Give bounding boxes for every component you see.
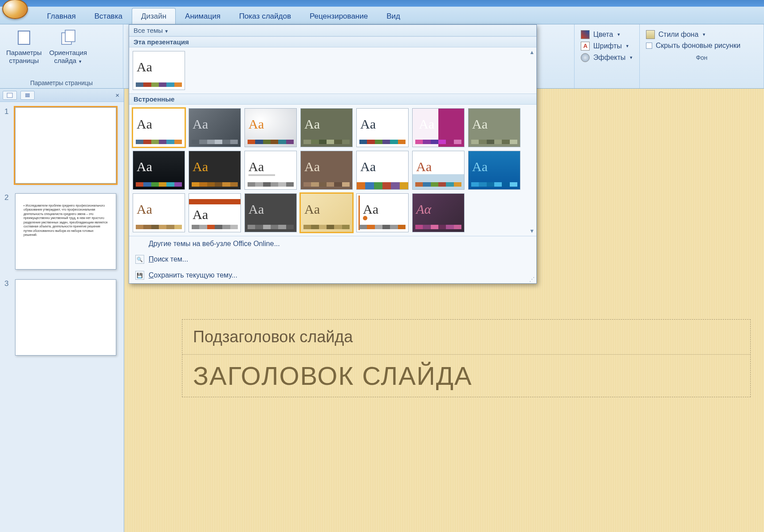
theme-17[interactable]: Aa xyxy=(244,193,297,232)
hide-bg-checkbox[interactable]: Скрыть фоновые рисунки xyxy=(646,42,757,50)
effects-button[interactable]: Эффекты ▼ xyxy=(581,53,633,62)
gallery-save-theme[interactable]: 💾 Сохранить текущую тему... xyxy=(129,267,536,283)
orientation-icon xyxy=(59,28,78,47)
theme-6[interactable]: Aa xyxy=(412,108,465,147)
title-placeholder[interactable]: Заголовок слайда xyxy=(182,355,750,397)
fonts-button[interactable]: A Шрифты ▼ xyxy=(581,42,633,51)
search-themes-icon: 🔍 xyxy=(135,255,144,264)
office-button[interactable] xyxy=(2,0,28,19)
theme-20[interactable]: Aα xyxy=(412,193,465,232)
gallery-scroll-down[interactable]: ▼ xyxy=(528,228,536,234)
save-theme-icon: 💾 xyxy=(135,271,144,280)
slide-orientation-button[interactable]: Ориентация слайда ▼ xyxy=(47,27,90,66)
panel-tabs: × xyxy=(0,89,124,102)
group-background: Стили фона ▼ Скрыть фоновые рисунки Фон xyxy=(640,24,764,88)
checkbox-icon xyxy=(646,43,652,49)
group-label-page-setup: Параметры страницы xyxy=(4,78,119,87)
gallery-section-this-presentation: Эта презентация xyxy=(129,36,536,47)
theme-2[interactable]: Aa xyxy=(189,108,241,147)
page-setup-button[interactable]: Параметры страницы xyxy=(4,27,44,66)
slide-thumbnails: 1 2 • Исследователи проблем среднего про… xyxy=(0,102,124,532)
fonts-icon: A xyxy=(581,42,590,51)
group-theme-options: Цвета ▼ A Шрифты ▼ Эффекты ▼ xyxy=(574,24,640,88)
panel-tab-slides[interactable] xyxy=(3,91,17,100)
slide-thumbnail-3[interactable] xyxy=(15,279,116,356)
theme-current[interactable]: Aa xyxy=(133,51,185,90)
theme-8[interactable]: Aa xyxy=(133,151,185,190)
theme-11[interactable]: Aa xyxy=(300,151,353,190)
gallery-scroll-up[interactable]: ▲ xyxy=(528,49,536,55)
gallery-section-builtin: Встроенные xyxy=(129,94,536,105)
theme-5[interactable]: Aa xyxy=(356,108,409,147)
tab-design[interactable]: Дизайн xyxy=(132,8,176,24)
tab-slideshow[interactable]: Показ слайдов xyxy=(230,8,300,24)
slide-panel: × 1 2 • Исследователи проблем среднего п… xyxy=(0,89,124,532)
colors-button[interactable]: Цвета ▼ xyxy=(581,30,633,39)
theme-19[interactable]: Aa xyxy=(356,193,409,232)
slide-thumbnail-1[interactable] xyxy=(15,107,116,184)
bg-styles-button[interactable]: Стили фона ▼ xyxy=(646,30,757,39)
svg-rect-0 xyxy=(18,31,30,44)
colors-icon xyxy=(581,30,590,39)
theme-4[interactable]: Aa xyxy=(300,108,353,147)
group-label-background: Фон xyxy=(643,53,760,62)
resize-grip-icon[interactable]: ⋰ xyxy=(529,276,535,282)
thumb-number: 3 xyxy=(4,279,12,356)
theme-9[interactable]: Aa xyxy=(189,151,241,190)
thumb-number: 1 xyxy=(4,107,12,184)
slides-tab-icon xyxy=(7,93,13,98)
gallery-search-themes[interactable]: 🔍 Поиск тем... xyxy=(129,251,536,267)
ribbon-tabs: Главная Вставка Дизайн Анимация Показ сл… xyxy=(0,7,764,24)
bg-styles-icon xyxy=(646,30,655,39)
theme-14[interactable]: Aa xyxy=(468,151,520,190)
outline-tab-icon xyxy=(24,93,31,98)
svg-rect-2 xyxy=(65,30,75,42)
tab-review[interactable]: Рецензирование xyxy=(300,8,377,24)
gallery-all-themes[interactable]: Все темы▼ xyxy=(129,25,536,36)
theme-3[interactable]: Aa xyxy=(244,108,297,147)
titlebar xyxy=(0,0,764,7)
theme-10[interactable]: Aa xyxy=(244,151,297,190)
theme-gallery-dropdown: Все темы▼ Эта презентация ▲ Aa Встроенны… xyxy=(129,24,537,284)
effects-icon xyxy=(581,53,590,62)
slide-thumbnail-2[interactable]: • Исследователи проблем среднего професс… xyxy=(15,193,116,270)
slide-content-frame[interactable]: Подзаголовок слайда Заголовок слайда xyxy=(182,319,751,397)
theme-12[interactable]: Aa xyxy=(356,151,409,190)
theme-18-selected[interactable]: Aa xyxy=(300,193,353,232)
panel-tab-outline[interactable] xyxy=(20,91,35,100)
tab-insert[interactable]: Вставка xyxy=(85,8,132,24)
page-setup-icon xyxy=(15,28,33,47)
theme-office[interactable]: Aa xyxy=(133,108,185,147)
thumb-number: 2 xyxy=(4,193,12,270)
group-page-setup: Параметры страницы Ориентация слайда ▼ П… xyxy=(0,24,123,88)
tab-home[interactable]: Главная xyxy=(38,8,85,24)
subtitle-placeholder[interactable]: Подзаголовок слайда xyxy=(182,320,750,355)
theme-13[interactable]: Aa xyxy=(412,151,465,190)
panel-close-button[interactable]: × xyxy=(114,91,121,99)
theme-16[interactable]: Aa xyxy=(189,193,241,232)
theme-7[interactable]: Aa xyxy=(468,108,520,147)
gallery-more-online[interactable]: Другие темы на веб-узле Office Online... xyxy=(129,236,536,251)
theme-15[interactable]: Aa xyxy=(133,193,185,232)
tab-animation[interactable]: Анимация xyxy=(176,8,230,24)
tab-view[interactable]: Вид xyxy=(377,8,410,24)
svg-rect-3 xyxy=(7,93,12,98)
